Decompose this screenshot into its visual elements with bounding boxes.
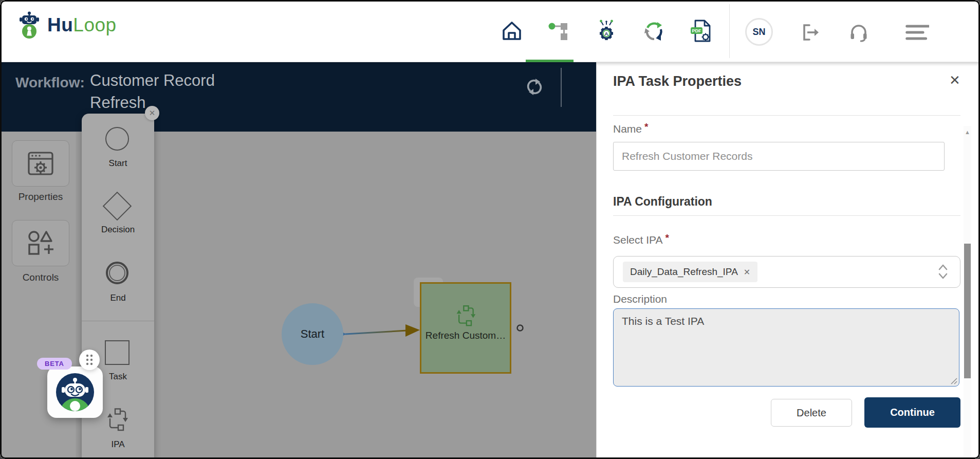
user-avatar[interactable]: SN xyxy=(745,18,773,46)
scrollbar-thumb[interactable] xyxy=(964,244,971,378)
refresh-icon xyxy=(523,76,546,98)
palette-ipa-label: IPA xyxy=(82,439,154,450)
sidebar-item-properties[interactable] xyxy=(12,140,69,187)
header-divider xyxy=(561,68,562,107)
palette-end-label: End xyxy=(82,293,154,303)
ipa-task-node[interactable]: Refresh Custom… xyxy=(420,282,511,374)
top-navbar: HuLoop xyxy=(0,0,980,62)
home-icon xyxy=(500,19,524,43)
close-icon: ✕ xyxy=(949,72,960,88)
start-node[interactable]: Start xyxy=(282,303,343,365)
ipa-task-properties-panel: IPA Task Properties ✕ Name* IPA Configur… xyxy=(596,62,980,459)
palette-decision-shape[interactable] xyxy=(103,192,132,221)
automation-gear-icon: A xyxy=(594,19,619,43)
huloop-logo-icon xyxy=(17,11,41,39)
required-asterisk: * xyxy=(644,121,648,132)
palette-ipa-shape[interactable] xyxy=(105,407,130,432)
select-ipa-label: Select IPA* xyxy=(613,234,669,246)
sidebar-item-controls-label: Controls xyxy=(0,272,81,283)
support-button[interactable] xyxy=(847,21,871,44)
close-panel-button[interactable]: ✕ xyxy=(946,71,964,89)
delete-button[interactable]: Delete xyxy=(771,399,852,427)
scroll-up-button[interactable]: ▲ xyxy=(964,129,971,135)
nav-automation-button[interactable]: A xyxy=(583,0,630,62)
sidebar-item-properties-label: Properties xyxy=(0,191,81,203)
palette-decision-label: Decision xyxy=(82,225,154,235)
brand-text: HuLoop xyxy=(47,14,117,36)
nav-document-processing-button[interactable]: PDF xyxy=(677,0,725,62)
menu-button[interactable] xyxy=(905,21,929,44)
controls-icon xyxy=(26,230,55,256)
description-textarea[interactable]: This is a Test IPA xyxy=(613,308,959,387)
svg-text:A: A xyxy=(605,31,608,36)
palette-start-shape[interactable] xyxy=(105,127,129,151)
pdf-settings-icon: PDF xyxy=(689,19,713,43)
panel-divider xyxy=(613,115,960,116)
ipa-select[interactable]: Daily_Data_Refresh_IPA ✕ xyxy=(613,256,960,288)
panel-title: IPA Task Properties xyxy=(613,74,742,89)
active-tab-indicator xyxy=(526,60,574,62)
headset-icon xyxy=(848,22,870,43)
logout-button[interactable] xyxy=(799,21,822,44)
svg-text:PDF: PDF xyxy=(692,28,702,33)
palette-start-label: Start xyxy=(82,158,154,169)
description-label: Description xyxy=(613,293,667,305)
selected-ipa-chip: Daily_Data_Refresh_IPA ✕ xyxy=(623,262,757,282)
sync-icon xyxy=(642,19,665,43)
brand-hu: Hu xyxy=(47,14,73,35)
ipa-loop-icon xyxy=(454,304,477,327)
nav-home-button[interactable] xyxy=(488,0,535,62)
app-window: Workflow: Customer Record Refresh xyxy=(0,0,980,459)
close-palette-button[interactable]: ✕ xyxy=(145,106,159,120)
assistant-drag-handle[interactable] xyxy=(79,350,100,370)
description-field-wrap: This is a Test IPA xyxy=(613,308,959,387)
assistant-launcher[interactable] xyxy=(47,366,103,418)
chip-remove-button[interactable]: ✕ xyxy=(744,267,750,277)
properties-icon xyxy=(26,150,55,177)
select-stepper-icon[interactable] xyxy=(937,264,949,280)
brand-loop: Loop xyxy=(73,14,116,35)
workflow-label: Workflow: xyxy=(15,75,85,91)
brand[interactable]: HuLoop xyxy=(17,11,117,39)
edge-end-arrow xyxy=(405,324,420,337)
task-node-label: Refresh Custom… xyxy=(426,330,506,341)
drag-handle-icon xyxy=(85,354,94,366)
workflow-canvas[interactable]: Workflow: Customer Record Refresh xyxy=(0,62,596,459)
start-node-label: Start xyxy=(301,327,324,341)
hamburger-menu-icon xyxy=(905,23,929,42)
name-label: Name* xyxy=(613,123,648,135)
required-asterisk: * xyxy=(665,232,669,243)
sidebar-item-controls[interactable] xyxy=(12,220,69,266)
continue-button[interactable]: Continue xyxy=(864,397,960,428)
palette-task-shape[interactable] xyxy=(105,340,130,365)
beta-badge: BETA xyxy=(37,358,72,370)
refresh-workflow-button[interactable] xyxy=(523,76,546,98)
palette-divider xyxy=(82,321,154,321)
connection-port[interactable] xyxy=(517,325,523,331)
robot-avatar xyxy=(55,372,95,412)
nav-sync-button[interactable] xyxy=(630,0,677,62)
nav-workflows-button[interactable] xyxy=(535,0,583,62)
section-divider xyxy=(613,215,960,216)
ipa-configuration-title: IPA Configuration xyxy=(613,195,712,209)
panel-scrollbar[interactable]: ▲ ▼ xyxy=(964,126,971,459)
name-input[interactable] xyxy=(613,142,945,171)
chip-label: Daily_Data_Refresh_IPA xyxy=(630,266,738,278)
resize-handle-icon[interactable] xyxy=(950,377,957,384)
navbar-divider xyxy=(729,4,730,58)
palette-end-shape[interactable] xyxy=(106,262,128,284)
workflow-name: Customer Record Refresh xyxy=(90,69,267,114)
workflow-icon xyxy=(547,19,571,43)
logout-icon xyxy=(800,22,821,43)
close-icon: ✕ xyxy=(149,108,156,118)
